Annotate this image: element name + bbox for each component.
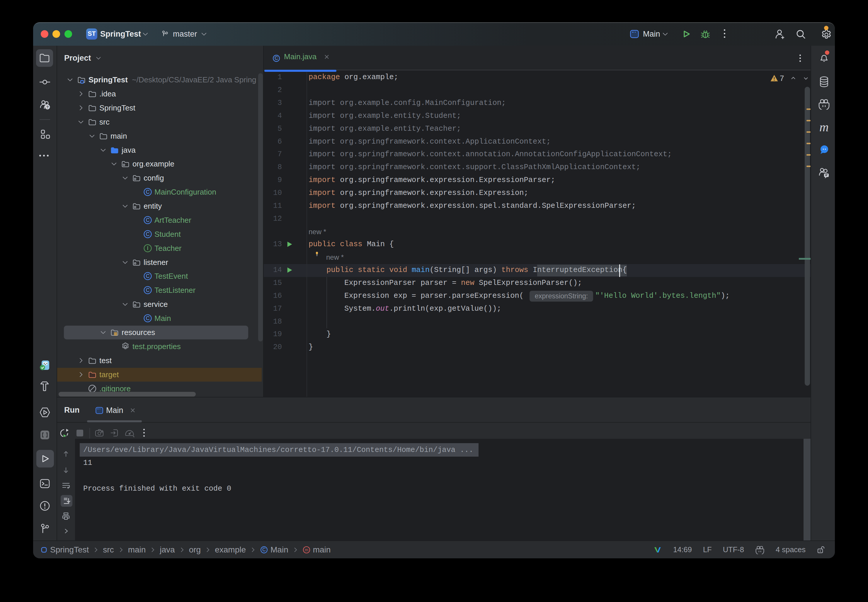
svg-text:m: m [305,547,308,552]
svg-text:?: ? [46,105,49,109]
